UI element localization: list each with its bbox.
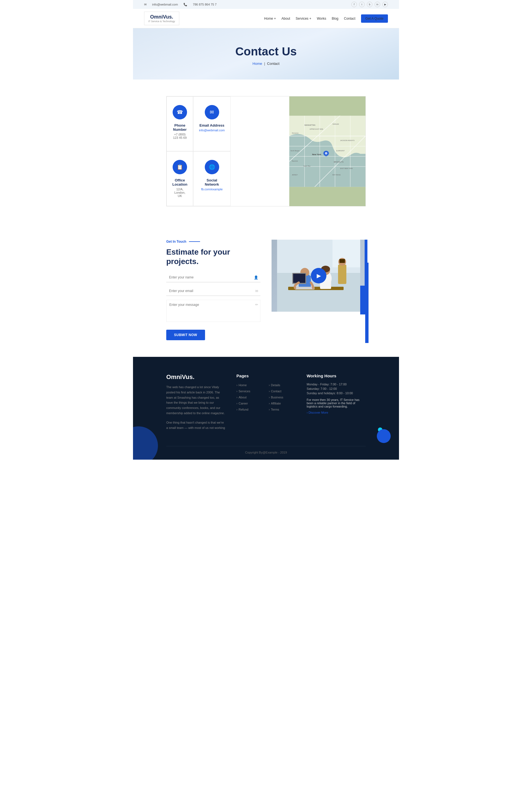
location-icon: 📋 — [173, 160, 187, 174]
map-svg: MANHATTAN UPPER EAST SIDE HARLEM Secaucu… — [289, 96, 365, 206]
contact-cards: ☎ Phone Number +7 (800) 123 45 69 ✉ Emai… — [167, 96, 230, 206]
submit-button[interactable]: Submit Now — [166, 330, 205, 340]
location-card: 📋 Office Location 12/A, London, UK — [167, 151, 193, 206]
nav-works[interactable]: Works — [317, 17, 326, 20]
message-field-group: ✏ — [166, 300, 261, 323]
deco-circle-blue — [377, 429, 391, 443]
estimate-section: Get In Touch Estimate for your projects.… — [133, 223, 399, 357]
nav-services[interactable]: Services + — [296, 17, 311, 20]
estimate-inner: Get In Touch Estimate for your projects.… — [166, 240, 366, 340]
top-bar: ✉ info@webmail.com 📞 786 875 864 75 7 f … — [133, 0, 399, 9]
footer-link-business[interactable]: Business — [269, 395, 296, 400]
social-facebook[interactable]: f — [352, 2, 357, 7]
footer-link-career[interactable]: Career — [236, 401, 263, 406]
topbar-email: info@webmail.com — [152, 3, 178, 6]
email-icon: ✉ — [205, 105, 219, 119]
svg-rect-38 — [338, 265, 346, 284]
estimate-form-side: Get In Touch Estimate for your projects.… — [166, 240, 261, 340]
footer-link-home[interactable]: Home — [236, 383, 263, 388]
footer-link-refund[interactable]: Refund — [236, 407, 263, 412]
user-icon: 👤 — [254, 275, 258, 280]
nav-about[interactable]: About — [282, 17, 290, 20]
estimate-label: Get In Touch — [166, 240, 261, 244]
svg-text:North Bergen: North Bergen — [290, 150, 300, 152]
play-button[interactable]: ▶ — [311, 268, 326, 283]
hours-sunday: Sunday and holidays: 8:00 - 10:00 — [307, 391, 366, 395]
breadcrumb: Home | Contact — [144, 61, 388, 66]
social-linkedin[interactable]: in — [375, 2, 380, 7]
location-label: Office Location — [172, 178, 187, 187]
footer-brand-name: OmniVus. — [166, 374, 225, 381]
footer-bottom: Copyright By@Example - 2019 — [166, 446, 366, 454]
footer-link-services[interactable]: Services — [236, 389, 263, 394]
footer-link-about[interactable]: About — [236, 395, 263, 400]
phone-icon: ☎ — [173, 105, 187, 119]
breadcrumb-current: Contact — [267, 61, 280, 66]
email-icon: ✉ — [144, 3, 147, 6]
social-blogger[interactable]: b — [367, 2, 373, 7]
svg-text:Bayonne: Bayonne — [292, 160, 298, 162]
contact-form: 👤 ✉ ✏ Submit Now — [166, 273, 261, 340]
get-quote-button[interactable]: Get A Quote — [361, 14, 388, 23]
nav-home[interactable]: Home + — [264, 17, 276, 20]
hours-saturday: Saturday: 7:00 - 12:00 — [307, 387, 366, 390]
phone-value: +7 (800) 123 45 69 — [172, 133, 187, 139]
footer-link-contact[interactable]: Contact — [269, 389, 296, 394]
svg-text:New York: New York — [312, 153, 321, 156]
copyright-text: Copyright By@Example - 2019 — [245, 451, 287, 454]
svg-text:ELMHURST: ELMHURST — [336, 150, 345, 152]
map-area: MANHATTAN UPPER EAST SIDE HARLEM Secaucu… — [289, 96, 365, 206]
footer-desc1: The web has changed a lot since Vitaly p… — [166, 385, 225, 416]
email-card: ✉ Email Address info@webmail.com — [193, 96, 230, 151]
hero-section: Contact Us Home | Contact — [133, 28, 399, 79]
logo-area: OmniVus. IT Service & Technology — [144, 12, 179, 25]
footer-pages-col: Pages Home Details Services Contact Abou… — [236, 374, 296, 435]
footer-pages-grid: Home Details Services Contact About Busi… — [236, 383, 296, 412]
svg-rect-41 — [295, 287, 315, 289]
message-input[interactable] — [166, 300, 261, 322]
svg-text:JACKSON HEIGHTS: JACKSON HEIGHTS — [340, 140, 355, 141]
svg-text:Upper Bay: Upper Bay — [303, 165, 310, 167]
footer-hours-col: Working Hours Monday - Friday: 7:00 - 17… — [307, 374, 366, 435]
svg-text:BROOKLYN: BROOKLYN — [334, 161, 343, 163]
social-card: 🌐 Social Network fb.com/example — [193, 151, 230, 206]
page-title: Contact Us — [144, 45, 388, 58]
video-placeholder: ▶ — [271, 240, 366, 312]
hours-desc: For more then 30 years, IT Service has b… — [307, 398, 366, 408]
email-field-group: ✉ — [166, 286, 261, 296]
main-nav: Home + About Services + Works Blog Conta… — [264, 14, 388, 23]
nav-blog[interactable]: Blog — [332, 17, 338, 20]
footer-desc2: One thing that hasn't changed is that we… — [166, 420, 225, 430]
discover-more-link[interactable]: › Discover More — [307, 411, 328, 414]
logo-box: OmniVus. IT Service & Technology — [144, 12, 179, 25]
footer-pages-title: Pages — [236, 374, 296, 378]
email-input[interactable] — [166, 286, 261, 296]
footer-link-terms[interactable]: Terms — [269, 407, 296, 412]
phone-label: Phone Number — [172, 123, 187, 132]
social-youtube[interactable]: ▶ — [382, 2, 388, 7]
footer: OmniVus. The web has changed a lot since… — [133, 357, 399, 460]
hours-weekday: Monday - Friday: 7:00 - 17:00 — [307, 383, 366, 386]
estimate-title: Estimate for your projects. — [166, 247, 261, 266]
footer-brand-col: OmniVus. The web has changed a lot since… — [166, 374, 225, 435]
social-twitter[interactable]: t — [359, 2, 365, 7]
email-value: info@webmail.com — [199, 129, 225, 132]
phone-icon: 📞 — [184, 3, 187, 6]
top-bar-social: f t b in ▶ — [352, 2, 388, 7]
svg-rect-29 — [332, 240, 360, 267]
logo-name: OmniVus. — [148, 14, 175, 20]
footer-grid: OmniVus. The web has changed a lot since… — [166, 374, 366, 435]
svg-text:MANHATTAN: MANHATTAN — [305, 124, 315, 126]
contact-grid: ☎ Phone Number +7 (800) 123 45 69 ✉ Emai… — [166, 96, 366, 206]
nav-contact[interactable]: Contact — [344, 17, 355, 20]
social-icon: 🌐 — [205, 160, 219, 174]
svg-text:BAY RIDGE: BAY RIDGE — [332, 174, 341, 176]
deco-circle-big — [133, 426, 158, 460]
svg-text:HARLEM: HARLEM — [332, 123, 339, 125]
name-input[interactable] — [166, 273, 261, 282]
breadcrumb-home[interactable]: Home — [252, 61, 262, 66]
top-bar-left: ✉ info@webmail.com 📞 786 875 864 75 7 — [144, 3, 217, 6]
footer-link-details[interactable]: Details — [269, 383, 296, 388]
video-area: ▶ — [271, 240, 366, 340]
footer-link-affiliate[interactable]: Affiliate — [269, 401, 296, 406]
